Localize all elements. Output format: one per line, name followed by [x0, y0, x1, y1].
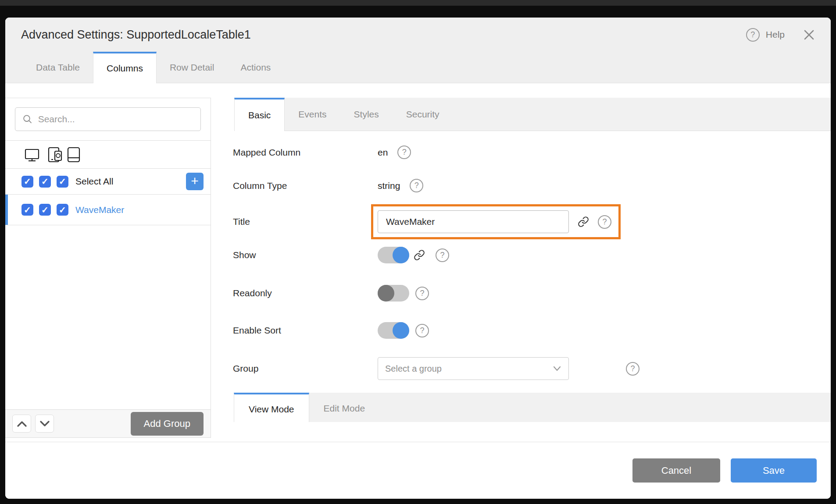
readonly-row: Readonly — [233, 285, 831, 302]
advanced-settings-dialog: Advanced Settings: SupportedLocaleTable1… — [5, 18, 831, 499]
screen-background: Advanced Settings: SupportedLocaleTable1… — [0, 0, 836, 504]
group-label: Group — [233, 363, 378, 374]
save-button[interactable]: Save — [731, 458, 817, 483]
tab-basic[interactable]: Basic — [234, 98, 285, 131]
title-row: Title — [233, 204, 831, 239]
select-all-tablet-checkbox[interactable] — [39, 176, 51, 188]
column-type-label: Column Type — [233, 181, 378, 191]
tab-edit-mode[interactable]: Edit Mode — [309, 393, 380, 422]
readonly-toggle[interactable] — [378, 285, 409, 302]
tab-row-detail[interactable]: Row Detail — [157, 52, 228, 83]
column-type-value: string — [378, 181, 400, 191]
dialog-header: Advanced Settings: SupportedLocaleTable1… — [5, 18, 831, 52]
tab-actions[interactable]: Actions — [227, 52, 284, 83]
close-icon[interactable] — [803, 29, 815, 41]
search-row — [5, 98, 211, 141]
mapped-column-value: en — [378, 147, 388, 158]
search-icon — [22, 114, 33, 125]
columns-sidebar: Select All WaveMaker — [5, 98, 211, 438]
mobile-icon — [66, 146, 82, 163]
dialog-title: Advanced Settings: SupportedLocaleTable1 — [21, 28, 746, 42]
select-all-label: Select All — [75, 176, 113, 187]
readonly-label: Readonly — [233, 288, 378, 298]
desktop-icon — [24, 147, 40, 163]
mapped-column-row: Mapped Column en — [233, 146, 831, 159]
properties-form: Mapped Column en Column Type string — [211, 131, 831, 422]
main-tab-bar: Data Table Columns Row Detail Actions — [5, 52, 831, 83]
chevron-down-icon — [39, 420, 50, 427]
group-help-icon[interactable] — [626, 362, 640, 376]
select-all-row[interactable]: Select All — [5, 169, 211, 195]
dialog-body: Select All WaveMaker — [5, 83, 831, 442]
tablet-phone-icon — [47, 146, 65, 163]
mapped-column-help-icon[interactable] — [397, 146, 411, 159]
tab-columns[interactable]: Columns — [93, 52, 157, 83]
column-properties-panel: Basic Events Styles Security Mapped Colu… — [211, 98, 831, 442]
column-mobile-checkbox[interactable] — [57, 204, 68, 216]
tab-events[interactable]: Events — [285, 98, 340, 131]
cancel-button[interactable]: Cancel — [632, 458, 720, 483]
mapped-column-label: Mapped Column — [233, 147, 378, 158]
help-icon[interactable] — [746, 28, 760, 42]
tab-view-mode[interactable]: View Mode — [234, 393, 309, 422]
group-select-placeholder: Select a group — [385, 364, 442, 374]
enable-sort-row: Enable Sort — [233, 322, 831, 339]
readonly-help-icon[interactable] — [415, 287, 429, 300]
device-columns-header — [5, 141, 211, 169]
add-group-button[interactable]: Add Group — [131, 412, 204, 436]
chevron-up-icon — [17, 420, 27, 427]
sidebar-spacer — [5, 225, 211, 409]
properties-tab-bar: Basic Events Styles Security — [234, 98, 831, 131]
show-label: Show — [233, 250, 378, 260]
mode-tab-bar: View Mode Edit Mode — [234, 393, 831, 422]
select-all-desktop-checkbox[interactable] — [21, 176, 33, 188]
tab-styles[interactable]: Styles — [340, 98, 393, 131]
sidebar-footer: Add Group — [5, 409, 211, 437]
show-row: Show — [233, 247, 831, 263]
enable-sort-toggle[interactable] — [378, 322, 409, 339]
show-toggle[interactable] — [378, 247, 409, 263]
title-input[interactable] — [378, 210, 569, 233]
search-input[interactable] — [38, 114, 193, 124]
column-type-help-icon[interactable] — [410, 179, 423, 192]
title-label: Title — [233, 217, 378, 227]
column-tablet-checkbox[interactable] — [39, 204, 51, 216]
show-bind-link-icon[interactable] — [414, 249, 425, 261]
tab-data-table[interactable]: Data Table — [23, 52, 93, 83]
enable-sort-label: Enable Sort — [233, 325, 378, 336]
select-chevron-down-icon — [553, 366, 561, 372]
group-select[interactable]: Select a group — [378, 357, 569, 380]
group-row: Group Select a group — [233, 357, 831, 380]
column-label: WaveMaker — [75, 205, 124, 215]
tab-security[interactable]: Security — [393, 98, 453, 131]
add-column-button[interactable] — [186, 173, 204, 190]
column-type-row: Column Type string — [233, 179, 831, 192]
move-down-button[interactable] — [35, 415, 54, 433]
select-all-mobile-checkbox[interactable] — [57, 176, 68, 188]
move-up-button[interactable] — [12, 415, 31, 433]
enable-sort-help-icon[interactable] — [415, 324, 429, 337]
column-desktop-checkbox[interactable] — [21, 204, 33, 216]
browser-top-strip — [0, 0, 836, 6]
dialog-footer: Cancel Save — [5, 442, 831, 499]
column-row-wavemaker[interactable]: WaveMaker — [5, 195, 211, 225]
help-button[interactable]: Help — [766, 29, 785, 40]
title-highlight-box — [371, 204, 621, 239]
bind-link-icon[interactable] — [578, 216, 589, 227]
show-help-icon[interactable] — [436, 248, 449, 262]
title-help-icon[interactable] — [598, 215, 611, 229]
